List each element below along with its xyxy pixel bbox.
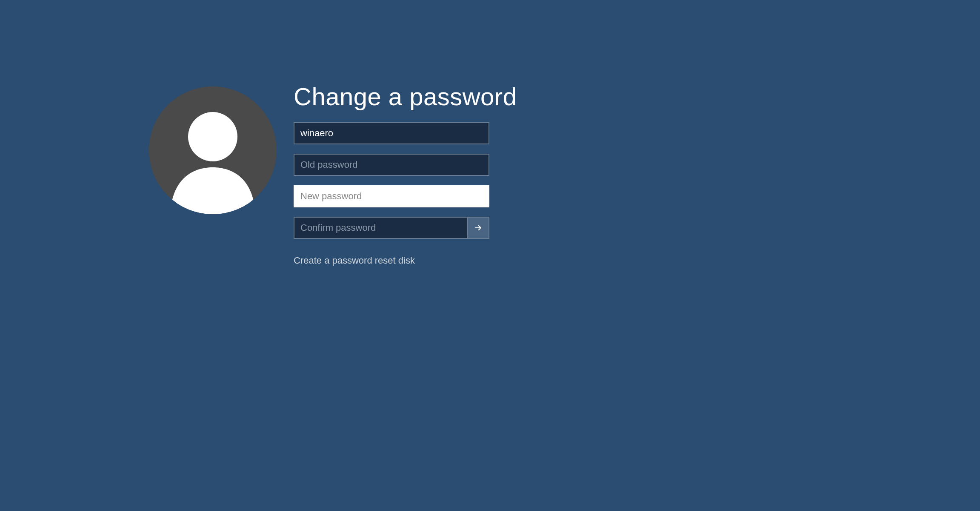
new-password-row [294,185,489,207]
old-password-input[interactable] [294,154,489,176]
confirm-password-input[interactable] [294,217,468,239]
page-title: Change a password [294,83,517,110]
user-icon [149,86,277,214]
confirm-password-row [294,217,489,239]
arrow-right-icon [474,224,483,232]
reset-disk-link[interactable]: Create a password reset disk [294,255,517,266]
avatar [149,86,277,214]
change-password-panel: Change a password Create a password rese… [149,83,517,266]
new-password-input[interactable] [294,185,489,207]
username-row [294,122,489,144]
username-input[interactable] [294,122,489,144]
submit-button[interactable] [468,217,489,239]
form-column: Change a password Create a password rese… [294,83,517,266]
svg-point-1 [188,112,237,161]
old-password-row [294,154,489,176]
